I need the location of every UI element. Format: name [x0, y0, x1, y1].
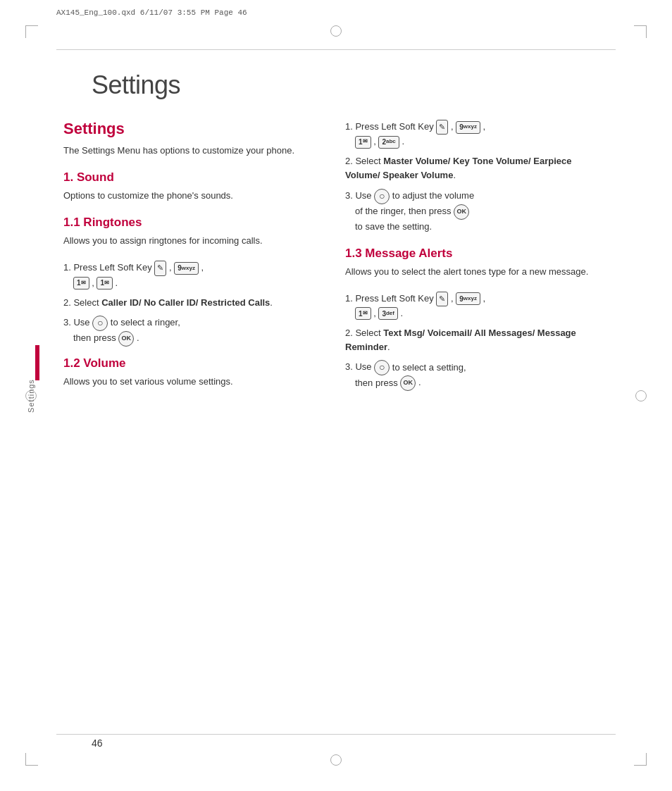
- step-1-1-2: 2. Select Caller ID/ No Caller ID/ Restr…: [63, 296, 317, 310]
- section1-1-body: Allows you to assign ringtones for incom…: [63, 234, 317, 248]
- circle-mark-top: [330, 25, 342, 37]
- vol-step-3: 3. Use ○ to adjust the volume of the rin…: [345, 189, 609, 234]
- nav-key3: ○: [374, 360, 390, 375]
- page-number: 46: [92, 737, 103, 749]
- step-indent: 1✉ , 1✉ .: [73, 278, 118, 288]
- msg-comma3: ,: [373, 308, 378, 318]
- section1-2-body: Allows you to set various volume setting…: [63, 375, 317, 389]
- key-1d: 1✉: [355, 307, 371, 320]
- left-column: Settings The Settings Menu has options t…: [63, 120, 317, 401]
- left-main-title: Settings: [63, 120, 317, 138]
- vol-step-1: 1. Press Left Soft Key ✎ , 9wxyz , 1✉ , …: [345, 120, 609, 149]
- section1-1-title: 1.1 Ringtones: [63, 216, 317, 230]
- step-text: 2. Select Caller ID/ No Caller ID/ Restr…: [63, 297, 273, 308]
- top-divider: [56, 49, 616, 50]
- right-column: 1. Press Left Soft Key ✎ , 9wxyz , 1✉ , …: [345, 120, 609, 401]
- page-title-large: Settings: [92, 70, 180, 100]
- section1-title: 1. Sound: [63, 170, 317, 185]
- pencil-key: ✎: [154, 261, 166, 275]
- key-1a: 1✉: [73, 277, 89, 289]
- key-9wxyz: 9wxyz: [174, 262, 199, 275]
- msg-comma2: ,: [483, 293, 486, 304]
- vol-step1-text: 1. Press Left Soft Key: [345, 121, 436, 132]
- vol-step3-text1: 3. Use: [345, 190, 374, 201]
- vol-step2-text: 2. Select Master Volume/ Key Tone Volume…: [345, 156, 572, 180]
- key-2abc: 2abc: [378, 136, 399, 149]
- pencil-key2: ✎: [436, 120, 448, 135]
- nav-key2: ○: [374, 189, 390, 204]
- section1-body: Options to customize the phone's sounds.: [63, 189, 317, 203]
- step-text2: 3. Use: [63, 317, 92, 328]
- msg-step2-text: 2. Select Text Msg/ Voicemail/ All Messa…: [345, 328, 576, 352]
- section1-3-body: Allows you to select the alert tones typ…: [345, 265, 609, 279]
- msg-period2: .: [418, 378, 421, 388]
- section1-3-title: 1.3 Message Alerts: [345, 247, 609, 261]
- ok-key: OK: [118, 331, 134, 347]
- page-header: AX145_Eng_100.qxd 6/11/07 3:55 PM Page 4…: [56, 8, 616, 17]
- vol-step-2: 2. Select Master Volume/ Key Tone Volume…: [345, 154, 609, 182]
- key-1c: 1✉: [355, 136, 371, 149]
- msg-step-3: 3. Use ○ to select a setting, then press…: [345, 360, 609, 391]
- comma: ,: [169, 262, 174, 273]
- section1-2-title: 1.2 Volume: [63, 356, 317, 370]
- vol-comma1: ,: [451, 121, 456, 132]
- circle-mark-right: [635, 390, 647, 401]
- msg-step-2: 2. Select Text Msg/ Voicemail/ All Messa…: [345, 326, 609, 354]
- volume-steps: 1. Press Left Soft Key ✎ , 9wxyz , 1✉ , …: [345, 120, 609, 234]
- sidebar-label: Settings: [27, 379, 35, 413]
- corner-mark-bl: [25, 753, 38, 766]
- msg-step-1: 1. Press Left Soft Key ✎ , 9wxyz , 1✉ , …: [345, 292, 609, 320]
- left-intro: The Settings Menu has options to customi…: [63, 144, 317, 158]
- msg-step3-text1: 3. Use: [345, 362, 374, 373]
- comma2: ,: [201, 262, 204, 273]
- section1-1-steps: 1. Press Left Soft Key ✎ , 9wxyz , 1✉ , …: [63, 261, 317, 346]
- msg-period1: .: [401, 308, 404, 318]
- msg-step-indent: 1✉ , 3def .: [355, 308, 403, 318]
- pencil-key3: ✎: [436, 292, 448, 306]
- bottom-divider: [56, 734, 616, 735]
- key-1b: 1✉: [97, 277, 113, 289]
- msg-step1-text: 1. Press Left Soft Key: [345, 293, 436, 304]
- msg-comma1: ,: [451, 293, 456, 304]
- vol-comma3: ,: [373, 136, 378, 147]
- sidebar-label-bar: [35, 345, 39, 380]
- corner-mark-tl: [25, 25, 38, 38]
- key-9wxyz-3: 9wxyz: [456, 292, 480, 305]
- vol-comma2: ,: [483, 121, 486, 132]
- vol-period1: .: [402, 136, 404, 147]
- corner-mark-tr: [634, 25, 647, 38]
- vol-step-indent: 1✉ , 2abc .: [355, 136, 404, 147]
- section1-3-steps: 1. Press Left Soft Key ✎ , 9wxyz , 1✉ , …: [345, 292, 609, 392]
- ok-key2: OK: [454, 204, 469, 220]
- period: .: [116, 278, 118, 288]
- content-area: Settings The Settings Menu has options t…: [63, 120, 609, 401]
- nav-key: ○: [92, 316, 108, 331]
- key-9wxyz-2: 9wxyz: [456, 121, 480, 134]
- vol-step3-text3: to save the setting.: [355, 221, 432, 232]
- key-3def: 3def: [378, 307, 398, 320]
- circle-mark-bottom: [330, 754, 342, 766]
- comma3: ,: [92, 278, 97, 288]
- step-period: .: [137, 332, 139, 343]
- step-1-1-3: 3. Use ○ to select a ringer, then press …: [63, 316, 317, 347]
- step-number: 1. Press Left Soft Key: [63, 262, 154, 273]
- corner-mark-br: [634, 753, 647, 766]
- ok-key3: OK: [400, 375, 416, 391]
- header-file-info: AX145_Eng_100.qxd 6/11/07 3:55 PM Page 4…: [56, 8, 247, 17]
- step-1-1-1: 1. Press Left Soft Key ✎ , 9wxyz , 1✉ , …: [63, 261, 317, 289]
